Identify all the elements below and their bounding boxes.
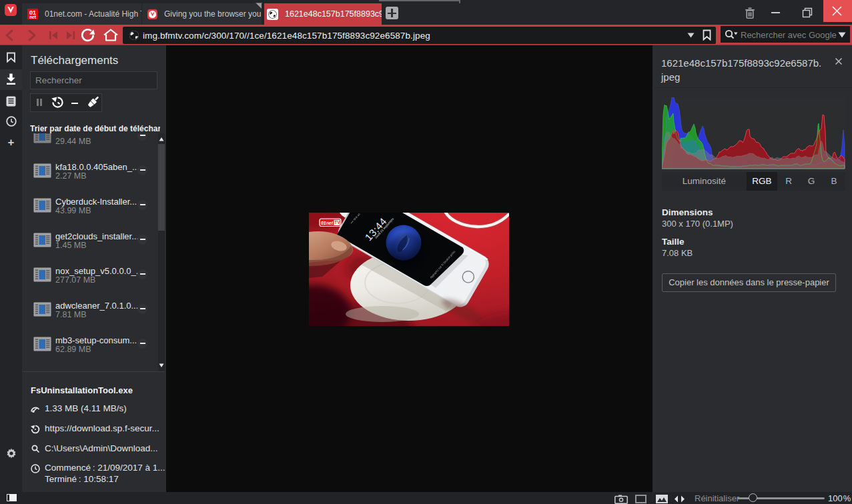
svg-text:01net: 01net xyxy=(321,221,334,225)
svg-text:TV: TV xyxy=(334,220,340,225)
svg-text:net: net xyxy=(29,15,37,19)
